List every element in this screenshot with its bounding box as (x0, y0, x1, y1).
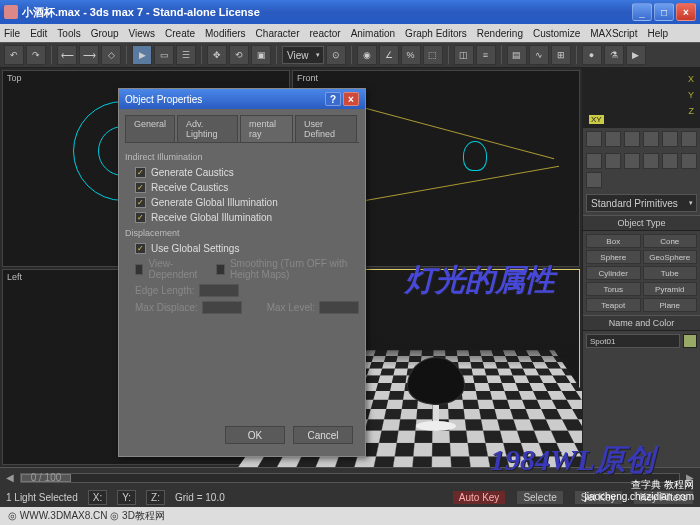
tab-userdefined[interactable]: User Defined (295, 115, 357, 142)
create-subtabs (583, 150, 700, 191)
btn-box[interactable]: Box (586, 234, 641, 248)
menu-help[interactable]: Help (647, 28, 668, 39)
chk-gen-caustics[interactable]: ✓ (135, 167, 146, 178)
select-button[interactable]: ▶ (132, 45, 152, 65)
schematic-button[interactable]: ⊞ (551, 45, 571, 65)
render-scene-button[interactable]: ⚗ (604, 45, 624, 65)
systems-icon[interactable] (586, 172, 602, 188)
tab-create-icon[interactable] (586, 131, 602, 147)
mirror-button[interactable]: ◫ (454, 45, 474, 65)
btn-cone[interactable]: Cone (643, 234, 698, 248)
axis-tripod[interactable]: X Y Z XY (583, 68, 700, 128)
material-button[interactable]: ● (582, 45, 602, 65)
btn-teapot[interactable]: Teapot (586, 298, 641, 312)
helpers-icon[interactable] (662, 153, 678, 169)
time-slider-handle[interactable]: 0 / 100 (21, 474, 71, 482)
edge-length-field (199, 284, 239, 297)
tab-motion-icon[interactable] (643, 131, 659, 147)
corner-watermark: 查字典 教程网 jiaocheng.chazidian.com (584, 479, 694, 503)
menu-animation[interactable]: Animation (351, 28, 395, 39)
command-tabs (583, 128, 700, 150)
pivot-button[interactable]: ⊙ (326, 45, 346, 65)
spinner-snap-button[interactable]: ⬚ (423, 45, 443, 65)
menu-grapheditors[interactable]: Graph Editors (405, 28, 467, 39)
coord-x[interactable]: X: (88, 490, 107, 505)
chk-global-settings[interactable]: ✓ (135, 243, 146, 254)
time-track[interactable]: 0 / 100 (20, 473, 680, 483)
dialog-titlebar[interactable]: Object Properties ? × (119, 89, 365, 109)
menu-file[interactable]: File (4, 28, 20, 39)
max-level-field (319, 301, 359, 314)
close-button[interactable]: × (676, 3, 696, 21)
dialog-help-icon[interactable]: ? (325, 92, 341, 106)
tab-modify-icon[interactable] (605, 131, 621, 147)
autokey-button[interactable]: Auto Key (452, 490, 507, 505)
rotate-button[interactable]: ⟲ (229, 45, 249, 65)
menu-edit[interactable]: Edit (30, 28, 47, 39)
menu-reactor[interactable]: reactor (310, 28, 341, 39)
scale-button[interactable]: ▣ (251, 45, 271, 65)
chk-recv-gi[interactable]: ✓ (135, 212, 146, 223)
quick-render-button[interactable]: ▶ (626, 45, 646, 65)
curve-editor-button[interactable]: ∿ (529, 45, 549, 65)
psnap-button[interactable]: % (401, 45, 421, 65)
btn-torus[interactable]: Torus (586, 282, 641, 296)
cameras-icon[interactable] (643, 153, 659, 169)
object-name-field[interactable]: Spot01 (586, 334, 680, 348)
tab-hierarchy-icon[interactable] (624, 131, 640, 147)
menu-modifiers[interactable]: Modifiers (205, 28, 246, 39)
coord-y[interactable]: Y: (117, 490, 136, 505)
window-title: 小酒杯.max - 3ds max 7 - Stand-alone Licens… (22, 5, 632, 20)
menu-rendering[interactable]: Rendering (477, 28, 523, 39)
spacewarps-icon[interactable] (681, 153, 697, 169)
move-button[interactable]: ✥ (207, 45, 227, 65)
btn-geosphere[interactable]: GeoSphere (643, 250, 698, 264)
btn-plane[interactable]: Plane (643, 298, 698, 312)
menu-group[interactable]: Group (91, 28, 119, 39)
tab-mentalray[interactable]: mental ray (240, 115, 293, 142)
chk-view-dependent (135, 264, 143, 275)
btn-sphere[interactable]: Sphere (586, 250, 641, 264)
link-button[interactable]: ⟵ (57, 45, 77, 65)
object-color-swatch[interactable] (683, 334, 697, 348)
selection-status: 1 Light Selected (6, 492, 78, 503)
geometry-icon[interactable] (586, 153, 602, 169)
ok-button[interactable]: OK (225, 426, 285, 444)
tab-general[interactable]: General (125, 115, 175, 142)
dialog-close-icon[interactable]: × (343, 92, 359, 106)
unlink-button[interactable]: ⟶ (79, 45, 99, 65)
chk-gen-gi[interactable]: ✓ (135, 197, 146, 208)
menu-views[interactable]: Views (129, 28, 156, 39)
menu-create[interactable]: Create (165, 28, 195, 39)
tab-advlighting[interactable]: Adv. Lighting (177, 115, 238, 142)
asnap-button[interactable]: ∠ (379, 45, 399, 65)
menu-maxscript[interactable]: MAXScript (590, 28, 637, 39)
maximize-button[interactable]: □ (654, 3, 674, 21)
btn-tube[interactable]: Tube (643, 266, 698, 280)
menu-customize[interactable]: Customize (533, 28, 580, 39)
coord-z[interactable]: Z: (146, 490, 165, 505)
undo-button[interactable]: ↶ (4, 45, 24, 65)
btn-pyramid[interactable]: Pyramid (643, 282, 698, 296)
lights-icon[interactable] (624, 153, 640, 169)
shapes-icon[interactable] (605, 153, 621, 169)
bind-button[interactable]: ◇ (101, 45, 121, 65)
tab-utilities-icon[interactable] (681, 131, 697, 147)
align-button[interactable]: ≡ (476, 45, 496, 65)
layer-button[interactable]: ▤ (507, 45, 527, 65)
select-rect-button[interactable]: ▭ (154, 45, 174, 65)
bottom-bar: ◎ WWW.3DMAX8.CN ◎ 3D教程网 (0, 507, 700, 525)
selecte-button[interactable]: Selecte (516, 490, 563, 505)
menu-tools[interactable]: Tools (57, 28, 80, 39)
btn-cylinder[interactable]: Cylinder (586, 266, 641, 280)
select-name-button[interactable]: ☰ (176, 45, 196, 65)
chk-recv-caustics[interactable]: ✓ (135, 182, 146, 193)
menu-character[interactable]: Character (256, 28, 300, 39)
minimize-button[interactable]: _ (632, 3, 652, 21)
snap-button[interactable]: ◉ (357, 45, 377, 65)
category-dropdown[interactable]: Standard Primitives (586, 194, 697, 212)
tab-display-icon[interactable] (662, 131, 678, 147)
cancel-button[interactable]: Cancel (293, 426, 353, 444)
redo-button[interactable]: ↷ (26, 45, 46, 65)
refcoord-dropdown[interactable]: View (282, 46, 324, 64)
